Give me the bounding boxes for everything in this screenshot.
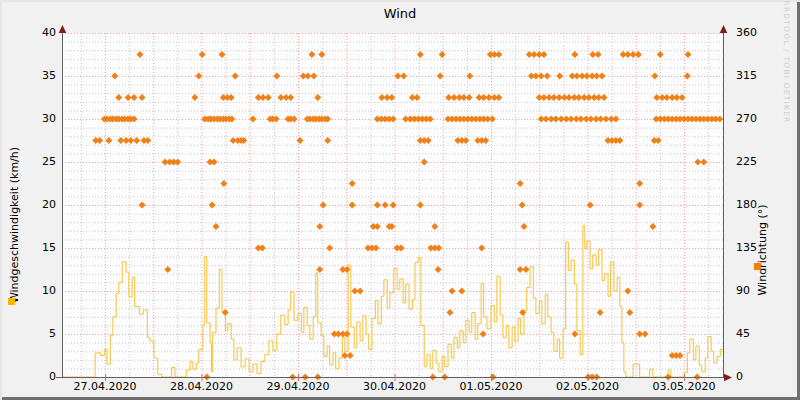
right-axis-tick-label: 225 xyxy=(736,156,757,168)
direction-diamond xyxy=(657,51,664,58)
right-axis-tick-label: 135 xyxy=(736,242,757,254)
direction-diamond xyxy=(139,202,146,209)
direction-diamond xyxy=(556,73,563,80)
direction-diamond xyxy=(131,94,138,101)
direction-diamond xyxy=(259,245,266,252)
direction-diamond xyxy=(228,94,235,101)
direction-diamond xyxy=(466,94,473,101)
direction-diamond xyxy=(388,94,395,101)
direction-diamond xyxy=(127,137,134,144)
direction-diamond xyxy=(250,116,257,123)
direction-diamond xyxy=(232,73,239,80)
direction-diamond xyxy=(199,51,206,58)
direction-diamond xyxy=(314,94,321,101)
direction-diamond xyxy=(462,137,469,144)
direction-diamond xyxy=(320,202,327,209)
right-axis-tick-label: 270 xyxy=(736,113,757,125)
direction-diamond xyxy=(390,202,397,209)
direction-diamond xyxy=(616,137,623,144)
direction-diamond xyxy=(458,288,465,295)
direction-diamond xyxy=(137,51,144,58)
direction-diamond xyxy=(222,309,229,316)
direction-legend-swatch xyxy=(754,263,761,270)
direction-diamond xyxy=(382,202,389,209)
direction-diamond xyxy=(449,288,456,295)
right-axis-tick-label: 0 xyxy=(736,371,743,383)
x-axis-date-label: 27.04.2020 xyxy=(60,381,150,393)
left-axis-tick-label: 10 xyxy=(0,285,56,297)
direction-diamond xyxy=(417,51,424,58)
direction-diamond xyxy=(115,94,122,101)
x-axis-date-label: 30.04.2020 xyxy=(349,381,439,393)
rrdtool-watermark: RRDTOOL / TOBI OETIKER xyxy=(780,0,792,142)
direction-diamond xyxy=(597,309,604,316)
axes xyxy=(56,29,726,378)
direction-diamond xyxy=(308,51,315,58)
direction-diamond xyxy=(213,223,220,230)
direction-diamond xyxy=(195,73,202,80)
direction-diamond xyxy=(624,288,631,295)
direction-diamond xyxy=(649,223,656,230)
direction-diamond xyxy=(651,73,658,80)
direction-diamond xyxy=(398,245,405,252)
direction-diamond xyxy=(612,116,619,123)
direction-diamond xyxy=(635,51,642,58)
chart-svg xyxy=(0,0,800,400)
direction-diamond xyxy=(571,331,578,338)
x-axis-date-label: 28.04.2020 xyxy=(156,381,246,393)
left-axis-tick-label: 15 xyxy=(0,242,56,254)
direction-diamond xyxy=(220,180,227,187)
direction-diamond xyxy=(219,51,226,58)
right-axis-tick-label: 90 xyxy=(736,285,750,297)
direction-diamond xyxy=(191,94,198,101)
speed-legend-swatch xyxy=(8,298,15,305)
wind-direction-points xyxy=(92,51,723,381)
x-axis-date-label: 02.05.2020 xyxy=(542,381,632,393)
direction-diamond xyxy=(390,116,397,123)
direction-diamond xyxy=(349,180,356,187)
left-axis-tick-label: 40 xyxy=(0,27,56,39)
direction-diamond xyxy=(601,94,608,101)
direction-diamond xyxy=(626,309,633,316)
direction-diamond xyxy=(373,245,380,252)
direction-diamond xyxy=(357,288,364,295)
direction-diamond xyxy=(144,137,151,144)
direction-diamond xyxy=(636,202,643,209)
direction-diamond xyxy=(435,266,442,273)
direction-diamond xyxy=(421,159,428,166)
direction-diamond xyxy=(374,223,381,230)
direction-diamond xyxy=(164,266,171,273)
direction-diamond xyxy=(489,116,496,123)
direction-diamond xyxy=(495,94,502,101)
direction-diamond xyxy=(677,352,684,359)
direction-diamond xyxy=(571,51,578,58)
direction-diamond xyxy=(540,51,547,58)
direction-diamond xyxy=(324,137,331,144)
direction-diamond xyxy=(700,159,707,166)
left-axis-tick-label: 20 xyxy=(0,199,56,211)
direction-diamond xyxy=(523,266,530,273)
direction-diamond xyxy=(427,116,434,123)
left-axis-tick-label: 30 xyxy=(0,113,56,125)
direction-diamond xyxy=(96,137,103,144)
x-axis-date-label: 03.05.2020 xyxy=(639,381,729,393)
direction-diamond xyxy=(265,94,272,101)
direction-diamond xyxy=(599,73,606,80)
rrdtool-wind-graph: Wind Windgeschwindigkeit (km/h) Windrich… xyxy=(0,0,800,400)
direction-diamond xyxy=(209,202,216,209)
direction-diamond xyxy=(174,159,181,166)
x-axis-date-label: 01.05.2020 xyxy=(446,381,536,393)
direction-diamond xyxy=(685,51,692,58)
direction-diamond xyxy=(519,202,526,209)
left-axis-tick-label: 25 xyxy=(0,156,56,168)
right-axis-tick-label: 45 xyxy=(736,328,750,340)
direction-diamond xyxy=(521,223,528,230)
direction-diamond xyxy=(211,159,218,166)
x-axis-date-label: 29.04.2020 xyxy=(253,381,343,393)
direction-diamond xyxy=(133,137,140,144)
direction-diamond xyxy=(287,94,294,101)
direction-diamond xyxy=(595,51,602,58)
left-axis-label: Windgeschwindigkeit (km/h) xyxy=(8,53,22,397)
direction-diamond xyxy=(310,73,317,80)
direction-diamond xyxy=(111,73,118,80)
